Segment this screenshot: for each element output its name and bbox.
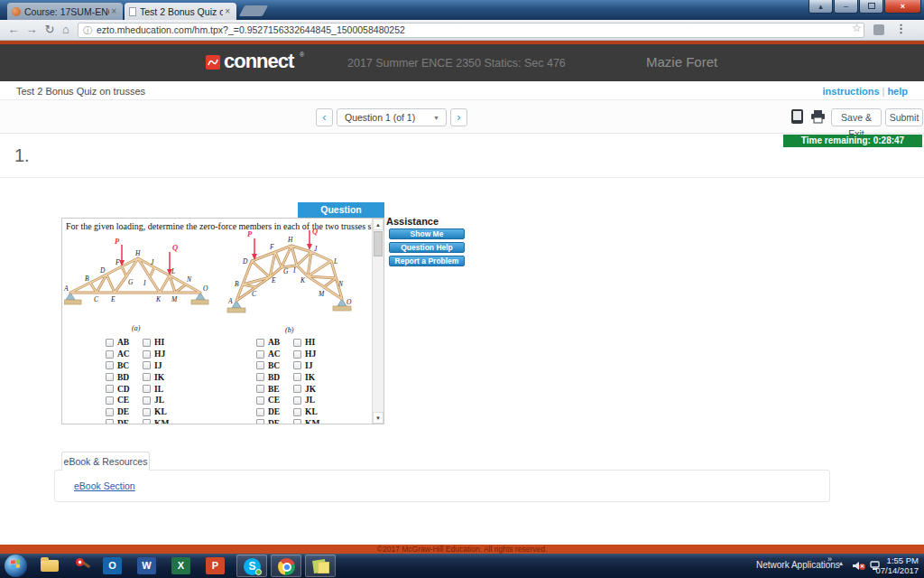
member-checkbox[interactable] [106, 350, 114, 359]
member-checkbox[interactable] [143, 419, 151, 424]
powerpoint-icon[interactable]: P [200, 555, 231, 577]
member-checkbox[interactable] [106, 396, 114, 405]
member-checkbox[interactable] [106, 361, 114, 369]
member-checkbox[interactable] [293, 396, 301, 405]
address-bar[interactable]: ⓘ ezto.mheducation.com/hm.tpx?_=0.952715… [78, 23, 864, 38]
report-problem-button[interactable]: Report a Problem [389, 256, 465, 266]
member-checkbox[interactable] [143, 339, 151, 347]
popout-button[interactable]: ▴ [808, 0, 833, 14]
tab-title: Test 2 Bonus Quiz on tru [140, 6, 223, 17]
forward-icon[interactable]: → [23, 23, 40, 36]
joint-label: I [143, 279, 146, 287]
minimize-button[interactable]: – [834, 0, 858, 14]
user-name[interactable]: Mazie Foret [646, 54, 717, 70]
member-checkbox[interactable] [143, 396, 151, 405]
taskbar-clock[interactable]: 1:55 PM 07/14/2017 [863, 555, 919, 575]
member-checkbox[interactable] [293, 385, 301, 393]
show-me-button[interactable]: Show Me [389, 228, 465, 239]
member-checkbox[interactable] [143, 373, 151, 381]
member-checkbox[interactable] [256, 361, 264, 369]
tab-close-icon[interactable]: × [223, 6, 232, 16]
member-checkbox[interactable] [256, 408, 264, 416]
connect-logo[interactable]: connect [224, 50, 293, 73]
member-checkbox[interactable] [143, 350, 151, 359]
skype-icon[interactable]: S [236, 555, 267, 577]
member-checkbox[interactable] [293, 350, 301, 359]
member-checkbox[interactable] [293, 408, 301, 416]
save-exit-button[interactable]: Save & Exit [831, 108, 882, 126]
member-checkbox[interactable] [106, 408, 114, 416]
tab-close-icon[interactable]: × [109, 6, 118, 16]
joint-label: O [203, 284, 208, 293]
ebook-reader-icon[interactable] [790, 108, 804, 128]
member-checkbox[interactable] [256, 350, 264, 359]
joint-label: D [99, 266, 106, 275]
member-checkbox[interactable] [143, 408, 151, 416]
member-checkbox[interactable] [293, 361, 301, 369]
excel-icon[interactable]: X [166, 555, 197, 577]
member-checkbox[interactable] [143, 361, 151, 369]
window-controls: ▴ – × [808, 0, 921, 14]
next-question-button[interactable]: › [450, 108, 467, 126]
tool-icon[interactable] [69, 555, 99, 577]
option-row: ACHJ [256, 349, 330, 360]
outlook-icon[interactable]: O [97, 555, 128, 577]
member-checkbox[interactable] [256, 396, 264, 405]
site-info-icon[interactable]: ⓘ [83, 23, 92, 37]
reload-icon[interactable]: ↻ [42, 23, 58, 36]
bookmark-star-icon[interactable]: ☆ [852, 22, 862, 34]
close-button[interactable]: × [884, 0, 921, 14]
help-link[interactable]: help [887, 86, 908, 97]
ebook-section-link[interactable]: eBook Section [74, 480, 135, 491]
member-checkbox[interactable] [256, 339, 264, 347]
folder-icon [41, 560, 59, 572]
sticky-notes-icon[interactable] [305, 555, 336, 577]
scroll-up-button[interactable]: ▲ [373, 219, 383, 230]
joint-label: B [235, 280, 239, 288]
back-icon[interactable]: ← [5, 23, 22, 36]
tray-expand-icon[interactable]: ▴ [839, 559, 843, 567]
chrome-icon[interactable] [271, 555, 301, 577]
member-checkbox[interactable] [256, 385, 264, 393]
question-tab[interactable]: Question [298, 202, 384, 218]
member-label: IJ [154, 361, 180, 370]
member-checkbox[interactable] [106, 339, 114, 347]
tray-overflow-icon[interactable]: » [827, 555, 832, 564]
member-checkbox[interactable] [293, 419, 301, 424]
instructions-link[interactable]: instructions [823, 86, 880, 97]
print-icon[interactable] [810, 110, 826, 127]
member-label: KL [305, 407, 330, 416]
scroll-down-button[interactable]: ▼ [373, 412, 383, 424]
member-label: BC [268, 361, 293, 370]
word-icon[interactable]: W [132, 555, 162, 577]
home-icon[interactable]: ⌂ [58, 23, 74, 36]
submit-button[interactable]: Submit [885, 108, 923, 126]
member-checkbox[interactable] [143, 385, 151, 393]
member-label: DF [117, 419, 143, 424]
load-label-q: Q [312, 227, 318, 236]
browser-tab-quiz[interactable]: Test 2 Bonus Quiz on tru × [125, 3, 236, 20]
mheducation-logo-icon[interactable] [206, 55, 220, 70]
browser-tab-course[interactable]: Course: 17SUM-ENCE235 × [7, 3, 123, 20]
member-checkbox[interactable] [256, 373, 264, 381]
member-checkbox[interactable] [106, 419, 114, 424]
member-checkbox[interactable] [106, 385, 114, 393]
start-button[interactable] [5, 555, 27, 577]
member-label: AB [268, 338, 293, 347]
prev-question-button[interactable]: ‹ [316, 108, 333, 126]
member-checkbox[interactable] [106, 373, 114, 381]
maximize-button[interactable] [859, 0, 883, 14]
new-tab-button[interactable] [239, 5, 268, 16]
extension-icon[interactable] [873, 24, 884, 35]
option-row: DEKL [256, 406, 330, 418]
tab-ebook-resources[interactable]: eBook & Resources [61, 452, 150, 471]
browser-menu-icon[interactable]: ⋮ [895, 22, 907, 35]
question-scrollbar[interactable]: ▲ ▼ [372, 219, 383, 424]
member-checkbox[interactable] [256, 419, 264, 424]
question-help-button[interactable]: Question Help [389, 242, 465, 253]
member-checkbox[interactable] [293, 339, 301, 347]
file-explorer-icon[interactable] [34, 555, 65, 577]
question-select[interactable]: Question 1 (of 1) ▼ [337, 108, 447, 126]
scrollbar-thumb[interactable] [374, 231, 383, 256]
member-checkbox[interactable] [293, 373, 301, 381]
